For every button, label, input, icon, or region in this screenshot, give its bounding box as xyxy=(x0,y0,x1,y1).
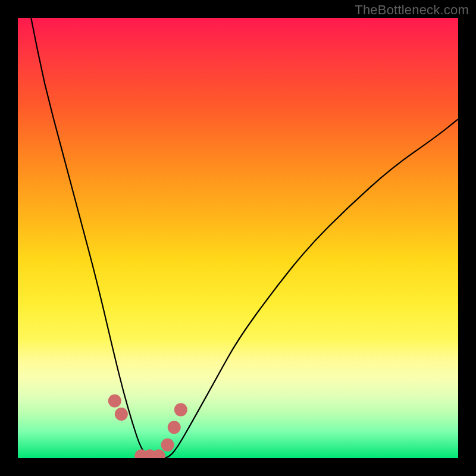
highlight-marker xyxy=(108,394,121,408)
highlight-marker xyxy=(174,403,187,416)
watermark-text: TheBottleneck.com xyxy=(355,2,469,18)
plot-area xyxy=(18,18,458,458)
bottleneck-curve xyxy=(31,18,458,458)
highlight-marker xyxy=(168,421,181,434)
highlight-marker xyxy=(161,439,174,452)
curve-layer xyxy=(18,18,458,458)
highlight-marker xyxy=(115,408,128,421)
highlight-marker xyxy=(152,449,165,458)
chart-stage: TheBottleneck.com xyxy=(0,0,476,476)
